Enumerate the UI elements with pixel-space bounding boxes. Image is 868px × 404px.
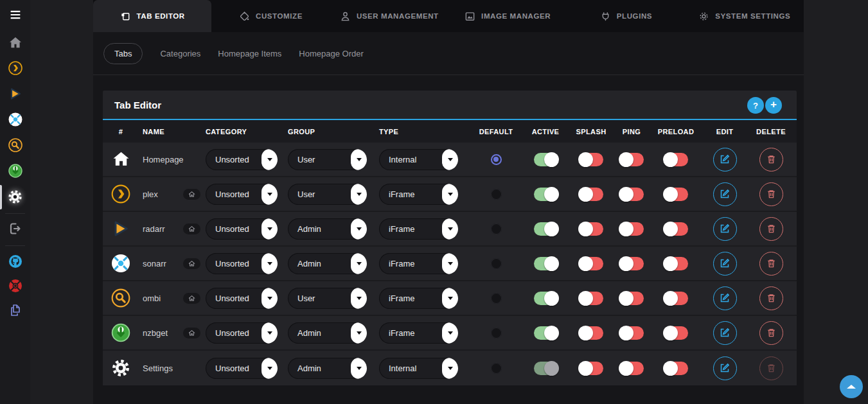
type-select[interactable]: Internal: [379, 358, 458, 379]
delete-button[interactable]: [759, 182, 783, 206]
type-select[interactable]: iFrame: [379, 218, 458, 240]
edit-button[interactable]: [713, 182, 737, 206]
subtab-tabs[interactable]: Tabs: [103, 43, 143, 64]
tab-user-management[interactable]: USER MANAGEMENT: [330, 0, 448, 32]
group-select[interactable]: User: [288, 149, 367, 170]
preload-toggle[interactable]: [664, 292, 688, 305]
sidebar-item-docs[interactable]: [0, 303, 30, 318]
tab-system-settings[interactable]: SYSTEM SETTINGS: [686, 0, 804, 32]
category-select[interactable]: Unsorted: [206, 322, 278, 344]
sidebar-item-ombi[interactable]: [0, 137, 30, 153]
category-select[interactable]: Unsorted: [206, 358, 278, 379]
active-toggle[interactable]: [534, 153, 558, 166]
ping-toggle[interactable]: [620, 153, 644, 166]
type-select[interactable]: iFrame: [379, 184, 458, 205]
help-button[interactable]: ?: [747, 97, 764, 114]
default-radio[interactable]: [491, 154, 502, 165]
preload-toggle[interactable]: [664, 362, 688, 375]
preload-toggle[interactable]: [664, 222, 688, 236]
edit-button[interactable]: [713, 286, 737, 310]
nzbget-icon: [111, 322, 131, 343]
edit-button[interactable]: [713, 217, 737, 241]
default-radio[interactable]: [491, 224, 502, 234]
scroll-to-top-button[interactable]: [840, 375, 863, 398]
sonarr-icon: [8, 112, 23, 127]
subtab-homepage-items[interactable]: Homepage Items: [218, 49, 281, 58]
home-icon: [188, 329, 195, 337]
active-toggle[interactable]: [534, 222, 558, 236]
tab-image-manager[interactable]: IMAGE MANAGER: [448, 0, 567, 32]
sidebar-item-radarr[interactable]: [0, 86, 30, 101]
add-tab-button[interactable]: +: [765, 97, 782, 114]
category-select[interactable]: Unsorted: [206, 288, 278, 309]
edit-button[interactable]: [713, 321, 737, 345]
default-radio[interactable]: [491, 258, 502, 269]
sidebar-item-nzbget[interactable]: [0, 163, 30, 179]
sidebar-item-logout[interactable]: [0, 221, 30, 236]
ping-toggle[interactable]: [620, 292, 644, 305]
active-toggle[interactable]: [534, 292, 558, 305]
category-select[interactable]: Unsorted: [206, 149, 278, 170]
subtab-categories[interactable]: Categories: [160, 49, 200, 58]
group-select[interactable]: Admin: [288, 358, 367, 379]
sidebar-item-github[interactable]: [0, 254, 30, 269]
splash-toggle[interactable]: [580, 222, 603, 236]
preload-toggle[interactable]: [664, 188, 688, 201]
tab-plugins[interactable]: PLUGINS: [567, 0, 685, 32]
group-select[interactable]: Admin: [288, 322, 367, 344]
type-select[interactable]: iFrame: [379, 253, 458, 274]
default-radio[interactable]: [491, 189, 502, 200]
splash-toggle[interactable]: [580, 188, 603, 201]
preload-toggle[interactable]: [664, 257, 688, 270]
category-select[interactable]: Unsorted: [206, 253, 278, 274]
type-select[interactable]: Internal: [379, 149, 458, 170]
edit-button[interactable]: [713, 148, 737, 171]
ping-toggle[interactable]: [620, 326, 644, 340]
sidebar-item-support[interactable]: [0, 278, 30, 294]
subtab-homepage-order[interactable]: Homepage Order: [299, 49, 363, 58]
splash-toggle[interactable]: [580, 362, 603, 375]
splash-toggle[interactable]: [580, 326, 603, 340]
delete-button[interactable]: [759, 148, 783, 171]
delete-button[interactable]: [759, 321, 783, 345]
active-toggle[interactable]: [534, 326, 558, 340]
preload-toggle[interactable]: [664, 153, 688, 166]
delete-button[interactable]: [759, 217, 783, 241]
chevron-down-icon: [351, 322, 367, 344]
ping-toggle[interactable]: [620, 257, 644, 270]
type-select[interactable]: iFrame: [379, 322, 458, 344]
ping-toggle[interactable]: [620, 188, 644, 201]
delete-button[interactable]: [759, 252, 783, 276]
sidebar-item-settings[interactable]: [0, 189, 30, 205]
group-select[interactable]: Admin: [288, 253, 367, 274]
edit-button[interactable]: [713, 252, 737, 276]
menu-toggle-button[interactable]: [0, 7, 30, 22]
type-select[interactable]: iFrame: [379, 288, 458, 309]
group-select[interactable]: User: [288, 288, 367, 309]
category-select[interactable]: Unsorted: [206, 218, 278, 240]
default-radio[interactable]: [491, 293, 502, 304]
active-toggle[interactable]: [534, 257, 558, 270]
tab-tab-editor[interactable]: TAB EDITOR: [93, 0, 211, 32]
splash-toggle[interactable]: [580, 257, 603, 270]
category-select[interactable]: Unsorted: [206, 184, 278, 205]
delete-button[interactable]: [759, 286, 783, 310]
sidebar-item-home[interactable]: [0, 35, 30, 51]
edit-button[interactable]: [713, 356, 737, 380]
tab-customize[interactable]: CUSTOMIZE: [211, 0, 330, 32]
ping-toggle[interactable]: [620, 222, 644, 236]
group-select[interactable]: Admin: [288, 218, 367, 240]
homepage-badge: [183, 293, 200, 304]
col-category: CATEGORY: [203, 128, 285, 136]
sidebar-item-plex[interactable]: [0, 60, 30, 76]
active-toggle[interactable]: [534, 188, 558, 201]
default-radio[interactable]: [491, 363, 502, 374]
tab-name: sonarr: [139, 259, 180, 268]
splash-toggle[interactable]: [580, 292, 603, 305]
default-radio[interactable]: [491, 328, 502, 338]
sidebar-item-sonarr[interactable]: [0, 112, 30, 127]
ping-toggle[interactable]: [620, 362, 644, 375]
splash-toggle[interactable]: [580, 153, 603, 166]
preload-toggle[interactable]: [664, 326, 688, 340]
group-select[interactable]: User: [288, 184, 367, 205]
